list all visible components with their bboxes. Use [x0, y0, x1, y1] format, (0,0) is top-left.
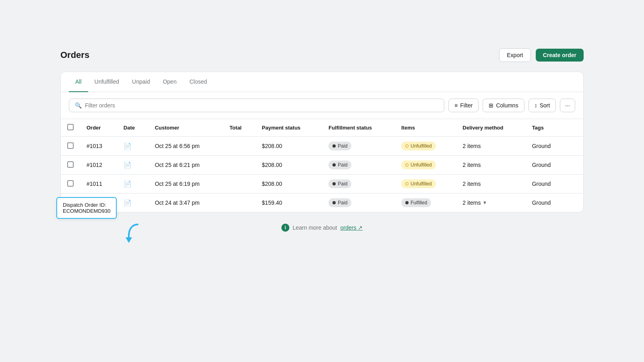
order-delivery-cell: Ground: [526, 137, 567, 156]
search-input[interactable]: [85, 102, 438, 109]
order-date: Oct 24 at 3:47 pm: [155, 200, 200, 206]
order-date-cell: Oct 25 at 6:21 pm: [149, 156, 223, 175]
table-row[interactable]: #1010 📄 Oct 24 at 3:47 pm $159.40 Paid F…: [61, 193, 583, 212]
fulfillment-dot: [405, 144, 409, 148]
col-date: Date: [117, 119, 149, 137]
tabs-bar: All Unfulfilled Unpaid Open Closed: [61, 72, 583, 92]
payment-status-text: Paid: [338, 200, 347, 206]
order-customer-cell: [223, 137, 255, 156]
col-total: Total: [223, 119, 255, 137]
delivery-method: Ground: [532, 143, 551, 149]
order-id-cell[interactable]: #1011: [80, 175, 117, 193]
table-row[interactable]: #1013 📄 Oct 25 at 6:56 pm $208.00 Paid U…: [61, 137, 583, 156]
items-count: 2 items: [462, 181, 481, 187]
row-checkbox[interactable]: [67, 142, 74, 149]
columns-button[interactable]: ⊞ Columns: [483, 99, 524, 112]
fulfillment-status-text: Unfulfilled: [411, 181, 432, 187]
order-doc-cell: 📄: [117, 175, 149, 193]
items-count: 2 items: [462, 143, 481, 149]
order-tags-cell: [567, 175, 584, 193]
order-id-cell[interactable]: #1012: [80, 156, 117, 175]
payment-dot: [332, 182, 336, 185]
order-total: $208.00: [262, 181, 283, 187]
doc-icon: 📄: [124, 143, 132, 150]
order-id: #1013: [87, 143, 102, 149]
order-tags-cell: [567, 193, 584, 212]
columns-icon: ⊞: [489, 102, 493, 109]
orders-link[interactable]: orders ↗: [340, 224, 363, 231]
fulfillment-status-text: Fulfilled: [411, 200, 427, 206]
fulfillment-status-text: Unfulfilled: [411, 162, 432, 168]
more-button[interactable]: ···: [560, 99, 575, 112]
arrow-indicator: [125, 220, 144, 246]
export-button[interactable]: Export: [499, 48, 530, 62]
filter-label: Filter: [460, 102, 473, 109]
order-total-cell: $208.00: [256, 137, 322, 156]
doc-icon: 📄: [124, 162, 132, 169]
table-row[interactable]: #1012 📄 Oct 25 at 6:21 pm $208.00 Paid U…: [61, 156, 583, 175]
order-payment-cell: Paid: [322, 137, 395, 156]
tab-unpaid[interactable]: Unpaid: [126, 72, 156, 92]
sort-button[interactable]: ↕ Sort: [528, 99, 556, 112]
select-all-checkbox[interactable]: [67, 124, 74, 130]
order-id: #1012: [87, 162, 102, 168]
delivery-method: Ground: [532, 181, 551, 187]
row-checkbox-cell[interactable]: [61, 175, 80, 193]
order-total-cell: $208.00: [256, 156, 322, 175]
order-fulfillment-cell: Fulfilled: [395, 193, 456, 212]
tab-unfulfilled[interactable]: Unfulfilled: [88, 72, 126, 92]
fulfillment-status-badge: Fulfilled: [401, 198, 431, 207]
search-box[interactable]: 🔍: [69, 99, 444, 112]
col-payment-status: Payment status: [256, 119, 322, 137]
payment-dot: [332, 163, 336, 167]
dispatch-value: ECOMONDEMD930: [63, 208, 110, 214]
order-tags-cell: [567, 156, 584, 175]
order-fulfillment-cell: Unfulfilled: [395, 175, 456, 193]
items-dropdown-button[interactable]: ▼: [482, 200, 487, 206]
table-header-row: Order Date Customer Total Payment status…: [61, 119, 583, 137]
external-link-icon: ↗: [358, 224, 363, 231]
order-date: Oct 25 at 6:56 pm: [155, 143, 200, 149]
dispatch-label: Dispatch Order ID:: [63, 202, 106, 208]
row-checkbox-cell[interactable]: [61, 156, 80, 175]
order-delivery-cell: Ground: [526, 193, 567, 212]
order-items-cell: 2 items: [456, 156, 525, 175]
filter-icon: ≡: [454, 102, 458, 109]
order-tags-cell: [567, 137, 584, 156]
delivery-method: Ground: [532, 162, 551, 168]
payment-status-text: Paid: [338, 181, 347, 187]
filter-button[interactable]: ≡ Filter: [448, 99, 479, 112]
items-count: 2 items: [462, 162, 481, 168]
svg-marker-0: [126, 237, 132, 243]
col-items: Items: [395, 119, 456, 137]
order-customer-cell: [223, 156, 255, 175]
row-checkbox[interactable]: [67, 180, 74, 187]
order-total-cell: $208.00: [256, 175, 322, 193]
order-id: #1011: [87, 181, 102, 187]
payment-dot: [332, 144, 336, 148]
order-doc-cell: 📄: [117, 156, 149, 175]
payment-status-badge: Paid: [328, 179, 351, 188]
tab-open[interactable]: Open: [156, 72, 183, 92]
fulfillment-status-text: Unfulfilled: [411, 143, 432, 149]
row-checkbox-cell[interactable]: [61, 137, 80, 156]
page-title: Orders: [60, 50, 89, 60]
col-delivery-method: Delivery method: [456, 119, 525, 137]
order-id-cell[interactable]: #1013: [80, 137, 117, 156]
row-checkbox[interactable]: [67, 161, 74, 168]
order-date: Oct 25 at 6:19 pm: [155, 181, 200, 187]
toolbar: 🔍 ≡ Filter ⊞ Columns ↕ Sort ···: [61, 92, 583, 119]
select-all-cell[interactable]: [61, 119, 80, 137]
tab-all[interactable]: All: [69, 72, 88, 92]
order-date: Oct 25 at 6:21 pm: [155, 162, 200, 168]
payment-status-badge: Paid: [328, 198, 351, 207]
order-customer-cell: [223, 193, 255, 212]
order-delivery-cell: Ground: [526, 156, 567, 175]
tab-closed[interactable]: Closed: [183, 72, 214, 92]
orders-card: All Unfulfilled Unpaid Open Closed 🔍 ≡ F…: [60, 72, 584, 212]
fulfillment-status-badge: Unfulfilled: [401, 179, 436, 188]
table-row[interactable]: #1011 📄 Oct 25 at 6:19 pm $208.00 Paid U…: [61, 175, 583, 193]
order-payment-cell: Paid: [322, 175, 395, 193]
create-order-button[interactable]: Create order: [536, 49, 584, 62]
search-icon: 🔍: [75, 102, 82, 109]
